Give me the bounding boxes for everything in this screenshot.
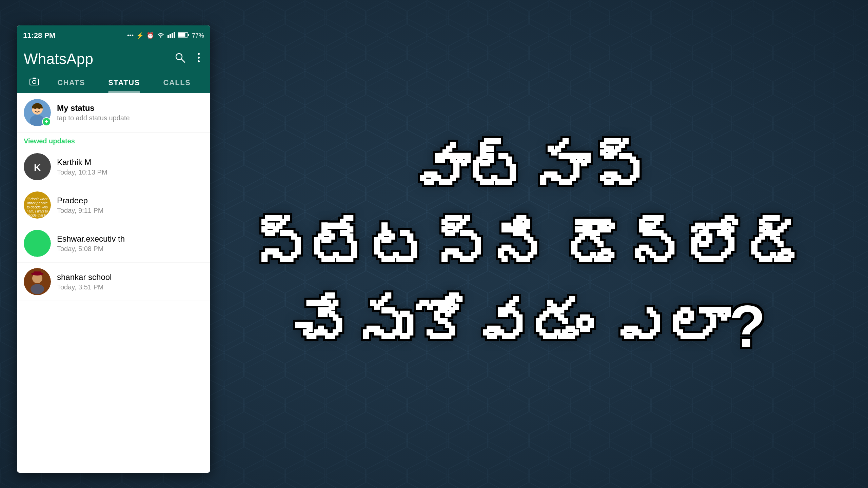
svg-rect-7 [167, 35, 169, 38]
whatsapp-header: WhatsApp [17, 46, 210, 93]
viewed-ring [24, 268, 51, 295]
tab-chats[interactable]: CHATS [45, 73, 98, 93]
telugu-line2: స్టేటస్ని డౌన్లోడ్ [250, 210, 808, 288]
svg-line-15 [181, 59, 185, 62]
tab-status[interactable]: STATUS [98, 73, 151, 93]
battery-percent: 77% [192, 32, 204, 39]
svg-point-17 [198, 57, 200, 59]
svg-point-16 [198, 53, 200, 55]
svg-rect-13 [178, 33, 185, 37]
dots-icon: ••• [127, 32, 134, 39]
svg-point-20 [33, 80, 36, 84]
eshwar-name: Eshwar.executiv th [57, 234, 125, 244]
telugu-line1: వాట్సాప్ [250, 134, 808, 211]
status-bar-time: 11:28 PM [23, 31, 55, 40]
tab-calls[interactable]: CALLS [151, 73, 203, 93]
pradeep-time: Today, 9:11 PM [57, 207, 103, 215]
app-title: WhatsApp [24, 50, 93, 67]
telugu-text-block: వాట్సాప్ స్టేటస్ని డౌన్లోడ్ చేసుకోవడం ఎల… [250, 134, 808, 365]
shankar-time: Today, 3:51 PM [57, 283, 112, 291]
navigation-tabs: CHATS STATUS CALLS [24, 72, 203, 93]
status-bar: 11:28 PM ••• ⚡ ⏰ [17, 25, 210, 46]
bluetooth-icon: ⚡ [136, 32, 144, 39]
shankar-name: shankar school [57, 272, 112, 282]
viewed-ring [24, 191, 51, 219]
karthik-time: Today, 10:13 PM [57, 168, 107, 176]
my-status-item[interactable]: + My status tap to add status update [17, 93, 210, 133]
svg-rect-9 [172, 33, 173, 38]
eshwar-avatar [24, 230, 51, 257]
svg-rect-12 [188, 34, 189, 36]
my-status-subtitle: tap to add status update [57, 114, 130, 122]
camera-tab[interactable] [24, 72, 45, 93]
search-icon[interactable] [174, 52, 186, 66]
content-area: + My status tap to add status update Vie… [17, 93, 210, 301]
eshwar-time: Today, 5:08 PM [57, 245, 125, 253]
viewed-ring [24, 230, 51, 257]
battery-icon [178, 32, 189, 40]
list-item[interactable]: "I don't want other people to decide who… [17, 186, 210, 224]
pradeep-name: Pradeep [57, 196, 103, 205]
viewed-updates-label: Viewed updates [17, 133, 210, 148]
status-bar-icons: ••• ⚡ ⏰ [127, 32, 204, 40]
my-avatar-container: + [24, 99, 51, 126]
wifi-icon [157, 32, 165, 40]
phone-frame: 11:28 PM ••• ⚡ ⏰ [17, 25, 210, 473]
list-item[interactable]: shankar school Today, 3:51 PM [17, 263, 210, 301]
signal-icon [167, 32, 175, 40]
svg-rect-8 [170, 34, 171, 38]
svg-point-18 [198, 60, 200, 62]
telugu-line3: చేసుకోవడం ఎలా? [250, 288, 808, 365]
eshwar-info: Eshwar.executiv th Today, 5:08 PM [57, 234, 125, 253]
karthik-info: Karthik M Today, 10:13 PM [57, 158, 107, 176]
header-icons [174, 52, 203, 66]
list-item[interactable]: Eshwar.executiv th Today, 5:08 PM [17, 224, 210, 263]
svg-rect-10 [174, 32, 175, 38]
viewed-ring [24, 153, 51, 180]
shankar-avatar [24, 268, 51, 295]
svg-point-6 [160, 36, 161, 38]
my-status-name: My status [57, 103, 130, 113]
list-item[interactable]: K Karthik M Today, 10:13 PM [17, 148, 210, 186]
telugu-text-overlay: వాట్సాప్ స్టేటస్ని డౌన్లోడ్ చేసుకోవడం ఎల… [207, 25, 851, 473]
karthik-name: Karthik M [57, 158, 107, 167]
pradeep-avatar: "I don't want other people to decide who… [24, 191, 51, 219]
header-title-row: WhatsApp [24, 50, 203, 72]
svg-rect-21 [33, 78, 36, 79]
svg-rect-19 [30, 79, 39, 85]
my-status-info: My status tap to add status update [57, 103, 130, 122]
add-status-button[interactable]: + [42, 117, 51, 126]
karthik-avatar: K [24, 153, 51, 180]
pradeep-info: Pradeep Today, 9:11 PM [57, 196, 103, 215]
alarm-icon: ⏰ [146, 32, 154, 39]
more-options-icon[interactable] [194, 52, 203, 66]
shankar-info: shankar school Today, 3:51 PM [57, 272, 112, 291]
